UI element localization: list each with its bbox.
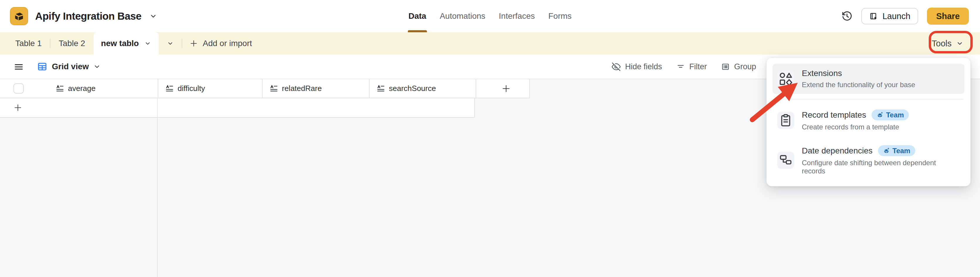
menu-item-description: Configure date shifting between dependen… <box>802 159 960 175</box>
table-list-chevron-down-icon[interactable] <box>159 32 182 54</box>
tools-button[interactable]: Tools <box>932 32 964 54</box>
hide-fields-button[interactable]: Hide fields <box>611 62 662 72</box>
team-plan-badge: Team <box>872 109 909 120</box>
menu-item-description: Create records from a template <box>802 123 909 131</box>
base-logo[interactable] <box>10 7 28 25</box>
menu-item-extensions[interactable]: Extensions Extend the functionality of y… <box>773 64 964 94</box>
app-nav: Data Automations Interfaces Forms <box>402 0 579 32</box>
menu-item-record-templates[interactable]: Record templates Team Cre <box>773 104 964 136</box>
menu-item-date-dependencies[interactable]: Date dependencies Team Co <box>773 140 964 180</box>
column-header-relatedRare[interactable]: relatedRare <box>262 79 369 98</box>
view-toolbar-actions: Hide fields Filter Group <box>611 54 756 78</box>
team-plan-badge: Team <box>878 145 915 156</box>
app-window: Apify Integration Base Data Automations … <box>0 0 980 277</box>
add-field-button[interactable] <box>476 79 529 98</box>
top-bar: Apify Integration Base Data Automations … <box>0 0 980 32</box>
launch-icon <box>869 12 878 21</box>
base-title: Apify Integration Base <box>35 10 142 22</box>
view-name: Grid view <box>52 62 89 71</box>
plus-icon <box>501 84 511 93</box>
share-button[interactable]: Share <box>927 8 969 25</box>
dependency-icon <box>777 152 794 169</box>
filter-button[interactable]: Filter <box>676 62 707 71</box>
upgrade-rocket-icon <box>877 112 883 118</box>
single-line-text-icon <box>165 84 174 93</box>
grid-view-icon <box>37 61 48 72</box>
nav-tab-interfaces[interactable]: Interfaces <box>495 0 539 32</box>
single-line-text-icon <box>377 84 385 93</box>
select-all-checkbox[interactable] <box>13 83 24 94</box>
upgrade-rocket-icon <box>883 147 890 154</box>
grid-header-row: average difficulty <box>0 79 530 98</box>
table-tab-1[interactable]: Table 1 <box>7 32 50 54</box>
tools-dropdown-menu: Extensions Extend the functionality of y… <box>766 58 970 186</box>
table-tab-bar: Table 1 Table 2 new tablo Add or import <box>0 32 980 54</box>
top-bar-actions: Launch Share <box>842 0 969 32</box>
filter-icon <box>676 62 685 71</box>
column-header-average[interactable]: average <box>0 79 158 98</box>
launch-button[interactable]: Launch <box>861 8 918 24</box>
plus-icon <box>189 39 198 48</box>
active-nav-underline <box>408 30 427 32</box>
view-sidebar-toggle-icon[interactable] <box>13 62 24 72</box>
menu-item-title: Record templates <box>802 110 866 120</box>
primary-column-divider <box>157 118 158 277</box>
column-header-searchSource[interactable]: searchSource <box>369 79 476 98</box>
group-button[interactable]: Group <box>721 62 756 71</box>
table-tab-new-tablo-active[interactable]: new tablo <box>94 32 159 54</box>
group-icon <box>721 62 730 71</box>
shapes-icon <box>777 70 794 87</box>
column-divider <box>157 98 158 117</box>
table-tab-2[interactable]: Table 2 <box>50 32 93 54</box>
menu-item-title: Extensions <box>802 69 842 78</box>
view-switcher-button[interactable]: Grid view <box>37 54 101 78</box>
history-icon[interactable] <box>842 11 853 22</box>
nav-tab-forms[interactable]: Forms <box>544 0 576 32</box>
clipboard-icon <box>777 112 794 129</box>
single-line-text-icon <box>270 84 278 93</box>
plus-icon <box>13 103 22 112</box>
single-line-text-icon <box>56 84 64 93</box>
box-logo-icon <box>12 10 26 23</box>
base-brand: Apify Integration Base <box>10 0 158 32</box>
menu-divider <box>774 99 963 99</box>
menu-item-title: Date dependencies <box>802 146 872 155</box>
tools-chevron-down-icon <box>956 40 964 47</box>
base-menu-chevron-down-icon[interactable] <box>149 12 158 20</box>
view-chevron-down-icon <box>93 63 101 70</box>
column-header-difficulty[interactable]: difficulty <box>158 79 262 98</box>
menu-item-description: Extend the functionality of your base <box>802 81 915 89</box>
nav-tab-data[interactable]: Data <box>404 0 431 32</box>
add-record-row[interactable] <box>0 98 475 118</box>
table-menu-chevron-down-icon <box>144 40 151 47</box>
add-or-import-button[interactable]: Add or import <box>182 32 259 54</box>
nav-tab-automations[interactable]: Automations <box>435 0 490 32</box>
eye-off-icon <box>611 62 621 72</box>
